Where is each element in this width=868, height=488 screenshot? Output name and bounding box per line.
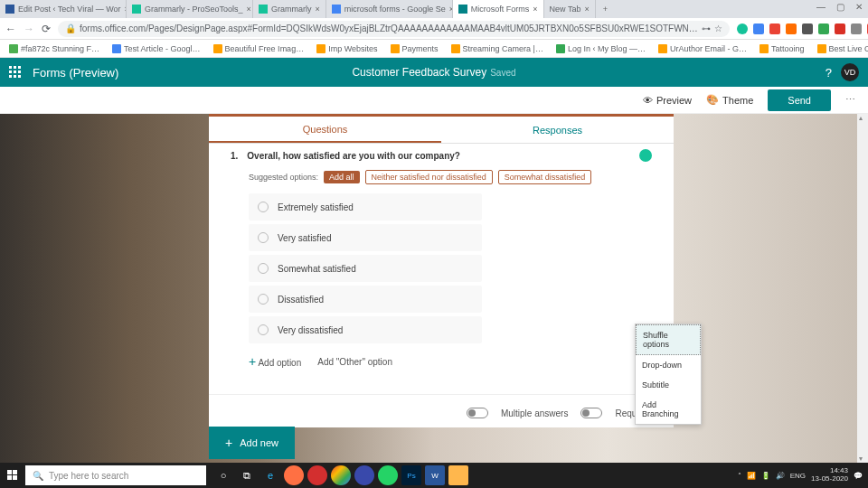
command-bar: 👁Preview 🎨Theme Send ⋯ bbox=[0, 87, 868, 114]
bookmark-item[interactable]: Imp Websites bbox=[313, 44, 381, 53]
back-icon[interactable]: ← bbox=[5, 23, 16, 35]
menu-dropdown[interactable]: Drop-down bbox=[636, 355, 701, 375]
bookmark-item[interactable]: Log In ‹ My Blog —… bbox=[552, 44, 649, 53]
edge-icon[interactable]: e bbox=[260, 465, 280, 485]
scrollbar[interactable] bbox=[857, 114, 868, 463]
design-canvas: Questions Responses 1. Overall, how sati… bbox=[0, 114, 868, 463]
avatar[interactable]: VD bbox=[841, 63, 859, 81]
cortana-icon[interactable]: ○ bbox=[213, 465, 233, 485]
close-icon[interactable]: × bbox=[533, 5, 537, 14]
minimize-icon[interactable]: — bbox=[816, 2, 826, 12]
clock[interactable]: 14:43 13-05-2020 bbox=[811, 467, 848, 483]
choice-option[interactable]: Very dissatisfied bbox=[249, 316, 482, 343]
battery-icon[interactable]: 🔋 bbox=[761, 472, 770, 480]
add-new-button[interactable]: + Add new bbox=[209, 427, 295, 459]
bookmark-item[interactable]: #fa872c Stunning F… bbox=[5, 44, 103, 53]
radio-icon bbox=[258, 324, 269, 335]
tab-msforms[interactable]: Microsoft Forms× bbox=[453, 0, 544, 18]
more-icon[interactable]: ⋯ bbox=[845, 94, 857, 106]
menu-branching[interactable]: Add Branching bbox=[636, 395, 701, 424]
start-button[interactable] bbox=[0, 463, 25, 488]
suggested-label: Suggested options: bbox=[249, 173, 318, 182]
key-icon[interactable]: ⊶ bbox=[702, 23, 711, 33]
address-bar: ← → ⟳ 🔒 forms.office.com/Pages/DesignPag… bbox=[0, 18, 868, 40]
ext-icon[interactable] bbox=[818, 23, 829, 34]
bookmark-item[interactable]: UrAuthor Email - G… bbox=[655, 44, 750, 53]
choice-option[interactable]: Dissatisfied bbox=[249, 286, 482, 313]
add-option-button[interactable]: + Add option bbox=[249, 354, 301, 369]
grammarly-icon[interactable] bbox=[639, 149, 652, 162]
ext-grammarly-icon[interactable] bbox=[737, 23, 748, 34]
lang-indicator[interactable]: ENG bbox=[790, 472, 806, 480]
app-icon[interactable] bbox=[354, 465, 374, 485]
whatsapp-icon[interactable] bbox=[378, 465, 398, 485]
bookmark-item[interactable]: Test Article - Googl… bbox=[108, 44, 204, 53]
add-other-button[interactable]: Add "Other" option bbox=[317, 357, 392, 367]
bookmark-item[interactable]: Best Live Chat bbox=[814, 44, 868, 53]
send-button[interactable]: Send bbox=[768, 89, 831, 111]
explorer-icon[interactable] bbox=[448, 465, 468, 485]
tab-grammarly1[interactable]: Grammarly - ProSeoTools_× bbox=[127, 0, 253, 18]
notifications-icon[interactable]: 💬 bbox=[854, 472, 863, 480]
close-icon[interactable]: × bbox=[584, 5, 589, 14]
close-icon[interactable]: × bbox=[316, 5, 320, 14]
wifi-icon[interactable]: 📶 bbox=[747, 472, 756, 480]
app-brand: Forms (Preview) bbox=[33, 66, 118, 80]
add-all-button[interactable]: Add all bbox=[324, 171, 360, 183]
menu-shuffle[interactable]: Shuffle options bbox=[636, 324, 701, 355]
tab-newtab[interactable]: New Tab× bbox=[544, 0, 596, 18]
tab-google[interactable]: microsoft forms - Google Se× bbox=[326, 0, 453, 18]
star-icon[interactable]: ☆ bbox=[714, 23, 722, 33]
theme-button[interactable]: 🎨Theme bbox=[706, 94, 753, 106]
close-icon[interactable]: × bbox=[247, 5, 251, 14]
ext-icon[interactable] bbox=[753, 23, 764, 34]
bookmark-item[interactable]: Streaming Camera |… bbox=[448, 44, 547, 53]
tab-grammarly2[interactable]: Grammarly× bbox=[253, 0, 326, 18]
question-block: 1. Overall, how satisfied are you with o… bbox=[209, 144, 674, 383]
close-window-icon[interactable]: ✕ bbox=[855, 2, 863, 12]
bookmark-item[interactable]: Beautiful Free Imag… bbox=[210, 44, 308, 53]
photoshop-icon[interactable]: Ps bbox=[401, 465, 421, 485]
new-tab-button[interactable]: + bbox=[596, 5, 615, 14]
taskview-icon[interactable]: ⧉ bbox=[237, 465, 257, 485]
tab-responses[interactable]: Responses bbox=[441, 117, 674, 143]
word-icon[interactable]: W bbox=[425, 465, 445, 485]
ext-icon[interactable] bbox=[786, 23, 797, 34]
ext-icon[interactable] bbox=[802, 23, 813, 34]
bookmarks-bar: #fa872c Stunning F… Test Article - Googl… bbox=[0, 40, 868, 58]
choice-option[interactable]: Very satisfied bbox=[249, 224, 482, 251]
bookmark-item[interactable]: Payments bbox=[387, 44, 442, 53]
chrome-icon[interactable] bbox=[331, 465, 351, 485]
ext-icon[interactable] bbox=[835, 23, 845, 34]
plus-icon: + bbox=[225, 436, 232, 450]
reload-icon[interactable]: ⟳ bbox=[42, 23, 51, 35]
browser-tabs: Edit Post ‹ Tech Viral — Wor× Grammarly … bbox=[0, 0, 868, 18]
maximize-icon[interactable]: ▢ bbox=[836, 2, 844, 12]
question-text[interactable]: Overall, how satisfied are you with our … bbox=[247, 151, 460, 161]
firefox-icon[interactable] bbox=[284, 465, 304, 485]
suggestion-pill[interactable]: Neither satisfied nor dissatisfied bbox=[365, 170, 493, 184]
choice-option[interactable]: Somewhat satisfied bbox=[249, 255, 482, 282]
taskbar-search[interactable]: 🔍Type here to search bbox=[25, 465, 206, 485]
multiple-answers-toggle[interactable] bbox=[467, 408, 488, 418]
opera-icon[interactable] bbox=[307, 465, 327, 485]
suggestion-pill[interactable]: Somewhat dissatisfied bbox=[498, 170, 592, 184]
app-launcher-icon[interactable] bbox=[9, 66, 22, 79]
url-input[interactable]: 🔒 forms.office.com/Pages/DesignPage.aspx… bbox=[58, 21, 730, 37]
bookmark-item[interactable]: Tattooing bbox=[756, 44, 808, 53]
ext-icon[interactable] bbox=[769, 23, 780, 34]
tab-editpost[interactable]: Edit Post ‹ Tech Viral — Wor× bbox=[0, 0, 127, 18]
choice-option[interactable]: Extremely satisfied bbox=[249, 193, 482, 221]
ext-icon[interactable] bbox=[851, 23, 862, 34]
tray-chevron-icon[interactable]: ˄ bbox=[738, 472, 741, 480]
question-number: 1. bbox=[231, 151, 238, 161]
tab-questions[interactable]: Questions bbox=[209, 117, 441, 143]
help-icon[interactable]: ? bbox=[826, 66, 832, 80]
required-toggle[interactable] bbox=[580, 408, 602, 418]
forward-icon[interactable]: → bbox=[24, 23, 34, 35]
volume-icon[interactable]: 🔊 bbox=[776, 472, 785, 480]
radio-icon bbox=[258, 202, 269, 212]
preview-button[interactable]: 👁Preview bbox=[643, 95, 692, 106]
context-menu: Shuffle options Drop-down Subtitle Add B… bbox=[635, 324, 702, 425]
menu-subtitle[interactable]: Subtitle bbox=[636, 375, 701, 395]
